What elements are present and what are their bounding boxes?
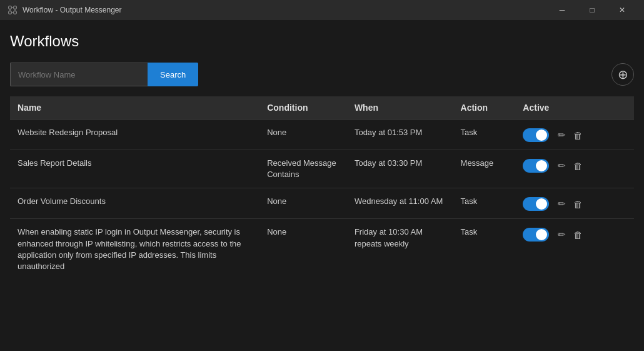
delete-button[interactable]: 🗑	[572, 160, 584, 173]
plus-icon: ⊕	[618, 67, 628, 82]
table-row: When enabling static IP login in Output …	[10, 219, 634, 280]
toggle-knob	[536, 130, 547, 141]
col-header-when: When	[347, 96, 453, 120]
add-workflow-button[interactable]: ⊕	[611, 63, 634, 86]
row-condition: Received Message Contains	[259, 150, 347, 188]
search-bar: Search ⊕	[10, 63, 634, 86]
row-action: Task	[453, 219, 516, 280]
active-toggle[interactable]	[523, 197, 549, 211]
svg-point-2	[9, 11, 12, 14]
row-active-cell: ✏ 🗑	[515, 188, 634, 219]
toggle-knob	[536, 229, 547, 240]
table-body: Website Redesign Proposal None Today at …	[10, 120, 634, 280]
row-action: Task	[453, 188, 516, 219]
active-toggle[interactable]	[523, 159, 549, 173]
action-icons: ✏ 🗑	[556, 159, 584, 173]
action-icons: ✏ 🗑	[556, 128, 584, 142]
row-condition: None	[259, 120, 347, 150]
maximize-button[interactable]: □	[578, 0, 606, 20]
row-active-cell: ✏ 🗑	[515, 150, 634, 188]
delete-button[interactable]: 🗑	[572, 198, 584, 211]
row-action: Task	[453, 120, 516, 150]
row-when: Friday at 10:30 AM repeats weekly	[347, 219, 453, 280]
main-content: Workflows Search ⊕ Name Condition When A…	[0, 20, 644, 280]
edit-button[interactable]: ✏	[556, 128, 567, 142]
row-name: Sales Report Details	[10, 150, 259, 188]
row-name: Website Redesign Proposal	[10, 120, 259, 150]
col-header-active: Active	[515, 96, 634, 120]
col-header-name: Name	[10, 96, 259, 120]
table-row: Order Volume Discounts None Wednesday at…	[10, 188, 634, 219]
edit-button[interactable]: ✏	[556, 197, 567, 211]
app-icon	[8, 5, 18, 15]
col-header-condition: Condition	[259, 96, 347, 120]
search-input[interactable]	[10, 63, 148, 86]
delete-button[interactable]: 🗑	[572, 129, 584, 142]
row-when: Today at 01:53 PM	[347, 120, 453, 150]
table-row: Sales Report Details Received Message Co…	[10, 150, 634, 188]
row-active-cell: ✏ 🗑	[515, 219, 634, 280]
svg-point-1	[14, 6, 17, 9]
toggle-knob	[536, 198, 547, 210]
toggle-knob	[536, 160, 547, 171]
page-title: Workflows	[10, 33, 634, 50]
table-row: Website Redesign Proposal None Today at …	[10, 120, 634, 150]
row-name: When enabling static IP login in Output …	[10, 219, 259, 280]
row-name: Order Volume Discounts	[10, 188, 259, 219]
title-bar: Workflow - Output Messenger ─ □ ✕	[0, 0, 644, 20]
search-button[interactable]: Search	[148, 63, 198, 86]
row-when: Today at 03:30 PM	[347, 150, 453, 188]
svg-point-3	[14, 11, 17, 14]
row-condition: None	[259, 219, 347, 280]
delete-button[interactable]: 🗑	[572, 228, 584, 242]
action-icons: ✏ 🗑	[556, 228, 584, 242]
minimize-button[interactable]: ─	[548, 0, 576, 20]
title-bar-controls: ─ □ ✕	[548, 0, 636, 20]
title-bar-left: Workflow - Output Messenger	[8, 5, 122, 15]
row-when: Wednesday at 11:00 AM	[347, 188, 453, 219]
edit-button[interactable]: ✏	[556, 159, 567, 173]
active-toggle[interactable]	[523, 228, 549, 242]
action-icons: ✏ 🗑	[556, 197, 584, 211]
row-active-cell: ✏ 🗑	[515, 120, 634, 150]
active-toggle[interactable]	[523, 128, 549, 142]
close-button[interactable]: ✕	[608, 0, 636, 20]
window-title: Workflow - Output Messenger	[23, 6, 122, 14]
workflows-table: Name Condition When Action Active Websit…	[10, 96, 634, 280]
row-action: Message	[453, 150, 516, 188]
row-condition: None	[259, 188, 347, 219]
table-header: Name Condition When Action Active	[10, 96, 634, 120]
svg-point-0	[9, 6, 12, 9]
col-header-action: Action	[453, 96, 516, 120]
edit-button[interactable]: ✏	[556, 228, 567, 242]
